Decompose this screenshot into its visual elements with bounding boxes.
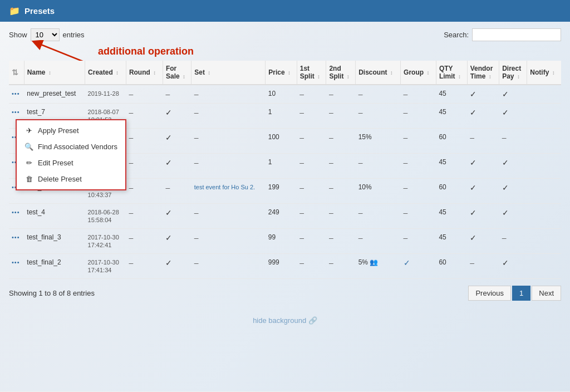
row-dots-menu[interactable]: ••• <box>9 85 24 104</box>
previous-button[interactable]: Previous <box>468 286 511 301</box>
edit-preset-icon: ✏ <box>24 159 33 167</box>
row-dots-menu[interactable]: ••• <box>9 204 24 229</box>
top-controls: Show 10 25 50 100 entries Search: <box>9 28 561 41</box>
showing-text: Showing 1 to 8 of 8 entries <box>9 289 95 297</box>
bottom-bar: Showing 1 to 8 of 8 entries Previous 1 N… <box>9 283 561 303</box>
edit-preset-label: Edit Preset <box>38 159 73 167</box>
delete-preset-label: Delete Preset <box>38 175 82 183</box>
entries-select[interactable]: 10 25 50 100 <box>31 28 60 41</box>
header: 📁 Presets <box>0 0 570 22</box>
delete-preset-menuitem[interactable]: 🗑 Delete Preset <box>17 171 125 187</box>
col-set[interactable]: Set ↕ <box>191 61 266 85</box>
col-split1[interactable]: 1stSplit ↕ <box>297 61 326 85</box>
apply-preset-icon: ✈ <box>24 126 33 135</box>
col-price[interactable]: Price ↕ <box>266 61 297 85</box>
delete-preset-icon: 🗑 <box>24 175 33 183</box>
folder-icon: 📁 <box>9 6 20 16</box>
annotation-text: additional operation <box>98 46 194 57</box>
row-dots-menu[interactable]: ••• <box>9 229 24 254</box>
edit-preset-menuitem[interactable]: ✏ Edit Preset <box>17 155 125 171</box>
col-discount[interactable]: Discount ↕ <box>356 61 401 85</box>
col-vendortime[interactable]: VendorTime ↕ <box>467 61 499 85</box>
header-title: Presets <box>24 6 55 16</box>
search-input[interactable] <box>472 28 561 41</box>
table-row: •••test_42018-06-2815:58:04–✓–249––––45✓… <box>9 204 561 229</box>
col-name[interactable]: Name ↕ <box>24 61 85 85</box>
show-label: Show <box>9 31 27 39</box>
find-vendors-menuitem[interactable]: 🔍 Find Associated Vendors <box>17 139 125 155</box>
show-entries: Show 10 25 50 100 entries <box>9 28 85 41</box>
col-directpay[interactable]: DirectPay ↕ <box>499 61 527 85</box>
entries-label: entries <box>63 31 85 39</box>
col-split2[interactable]: 2ndSplit ↕ <box>326 61 356 85</box>
col-round[interactable]: Round ↕ <box>126 61 163 85</box>
find-vendors-icon: 🔍 <box>24 143 33 151</box>
col-reorder: ⇅ <box>9 61 24 85</box>
annotation-area: additional operation <box>9 46 561 57</box>
row-dots-menu[interactable]: ••• <box>9 254 24 279</box>
search-area: Search: <box>444 28 561 41</box>
search-label: Search: <box>444 31 469 39</box>
context-menu: ✈ Apply Preset 🔍 Find Associated Vendors… <box>16 119 126 190</box>
pagination: Previous 1 Next <box>468 286 561 301</box>
col-forsale[interactable]: ForSale ↕ <box>163 61 191 85</box>
col-group[interactable]: Group ↕ <box>401 61 436 85</box>
page-1-button[interactable]: 1 <box>512 286 530 301</box>
col-created[interactable]: Created ↕ <box>85 61 126 85</box>
apply-preset-label: Apply Preset <box>38 126 79 135</box>
table-row: •••test_final_32017-10-3017:42:41–✓–99––… <box>9 229 561 254</box>
find-vendors-label: Find Associated Vendors <box>38 143 117 151</box>
table-row: •••test_final_22017-10-3017:41:34–✓–999–… <box>9 254 561 279</box>
table-row: •••new_preset_test2019-11-28–––10––––45✓… <box>9 85 561 104</box>
apply-preset-menuitem[interactable]: ✈ Apply Preset <box>17 122 125 139</box>
col-qtylimit[interactable]: QTYLimit ↕ <box>436 61 467 85</box>
next-button[interactable]: Next <box>532 286 561 301</box>
event-link[interactable]: test event for Ho Su 2. <box>194 184 255 190</box>
col-notify[interactable]: Notify ↕ <box>527 61 561 85</box>
table-header: ⇅ Name ↕ Created ↕ Round ↕ ForSale ↕ Set… <box>9 61 561 85</box>
